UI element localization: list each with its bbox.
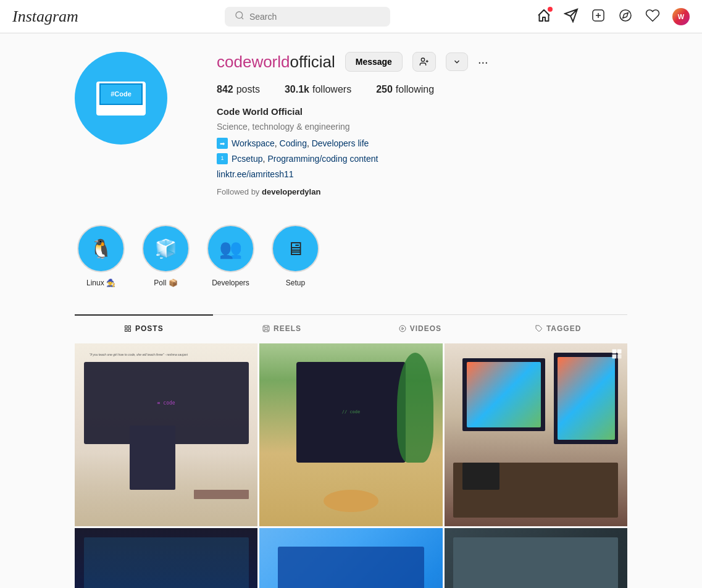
profile-top-row: codeworldofficial Message ··· [217,52,627,72]
username-highlight: codeworld [217,52,290,71]
svg-rect-10 [125,326,128,329]
svg-point-15 [265,327,267,330]
reels-icon [262,325,270,332]
bio-link-workspace[interactable]: Workspace [232,138,275,148]
follow-options-button[interactable] [412,52,436,72]
home-icon[interactable] [537,8,551,25]
highlight-poll[interactable]: 🧊 Poll 📦 [142,225,190,287]
followers-count: 30.1k [285,84,309,95]
bio-text-2: Pcsetup, Programming/coding content [232,153,378,166]
grid-item-6[interactable] [445,528,627,588]
avatar-monitor: #Code [96,82,146,116]
avatar-base [110,111,132,113]
profile-username: codeworldofficial [217,52,335,72]
multi-post-icon [611,348,622,363]
svg-rect-12 [125,329,128,332]
highlight-circle-developers: 👥 [207,225,254,272]
instagram-logo[interactable]: Instagram [12,7,78,26]
bio-link-coding[interactable]: Coding [280,138,307,148]
user-avatar-nav[interactable]: W [672,8,690,25]
svg-rect-23 [612,350,617,354]
grid-image-1: ≡ code "if you teach one girl how to cod… [75,343,257,526]
following-count: 250 [376,84,393,95]
grid-image-6 [445,528,627,588]
send-icon[interactable] [564,8,579,25]
highlight-label-setup: Setup [286,279,305,287]
notification-dot [548,7,553,12]
stat-posts[interactable]: 842 posts [217,84,260,95]
highlight-setup[interactable]: 🖥 Setup [272,225,319,287]
grid-image-5 [259,528,442,588]
bio-icon-1: ➡ [217,138,228,149]
highlight-circle-poll: 🧊 [142,225,190,272]
tagged-icon [535,325,543,332]
tab-videos-label: VIDEOS [410,324,441,333]
followed-by-user[interactable]: developerdylan [262,187,320,196]
grid-item-3[interactable] [445,343,627,526]
photo-grid: ≡ code "if you teach one girl how to cod… [75,343,627,588]
bio-link-devlife[interactable]: Developers life [312,138,369,148]
grid-image-3 [445,343,627,526]
tab-videos[interactable]: VIDEOS [351,314,490,342]
svg-point-5 [620,10,631,21]
person-add-icon [419,57,429,67]
highlight-circle-linux: 🐧 [77,225,125,272]
stat-followers[interactable]: 30.1k followers [285,84,351,95]
bio-name: Code World Official [217,105,627,119]
compass-icon[interactable] [618,8,633,25]
dropdown-button[interactable] [446,52,468,71]
svg-rect-25 [612,355,617,359]
followed-by-label: Followed by [217,187,259,196]
svg-point-19 [267,330,269,331]
heart-icon[interactable] [645,8,660,25]
bio-icon-2: 1 [217,153,228,164]
profile-link[interactable]: linktr.ee/iamritesh11 [217,168,294,181]
highlights-section: 🐧 Linux 🧙 🧊 Poll 📦 👥 Developers 🖥 Setup [75,225,627,287]
header: Instagram [0,0,702,33]
avatar-stand [114,106,128,111]
grid-item-2[interactable]: // code [259,343,442,526]
svg-marker-21 [402,327,404,330]
posts-count: 842 [217,84,233,95]
bio-link-line: linktr.ee/iamritesh11 [217,168,627,181]
chevron-down-icon [453,57,461,66]
profile-bio: Code World Official Science, technology … [217,105,627,198]
add-icon[interactable] [591,8,606,25]
bio-link-pcsetup[interactable]: Pcsetup [232,154,263,164]
svg-point-0 [236,12,243,19]
grid-item-1[interactable]: ≡ code "if you teach one girl how to cod… [75,343,257,526]
highlight-linux[interactable]: 🐧 Linux 🧙 [77,225,125,287]
username-rest: official [290,52,335,71]
tab-tagged[interactable]: TAGGED [489,314,627,342]
tab-posts[interactable]: POSTS [75,314,213,342]
grid-image-4 [75,528,257,588]
avatar-screen: #Code [99,83,143,106]
tab-reels-label: REELS [274,324,301,333]
tab-posts-label: POSTS [135,324,164,333]
main-content: #Code codeworldofficial Message [62,33,640,588]
svg-rect-11 [128,326,131,329]
grid-item-4[interactable] [75,528,257,588]
profile-stats: 842 posts 30.1k followers 250 following [217,84,627,95]
stat-following[interactable]: 250 following [376,84,434,95]
bio-category: Science, technology & engineering [217,120,627,133]
profile-tabs: POSTS REELS VIDEOS TAGGED [75,314,627,342]
svg-rect-13 [128,329,131,332]
grid-icon [124,325,132,332]
search-icon [235,10,244,23]
highlight-developers[interactable]: 👥 Developers [207,225,254,287]
tab-reels[interactable]: REELS [213,314,351,342]
message-button[interactable]: Message [345,52,403,72]
bio-line-2: 1 Pcsetup, Programming/coding content [217,153,627,166]
highlight-label-developers: Developers [212,279,249,287]
grid-item-5[interactable] [259,528,442,588]
svg-marker-6 [623,12,628,17]
more-options-button[interactable]: ··· [478,55,488,69]
profile-avatar[interactable]: #Code [75,52,167,145]
svg-rect-24 [617,350,622,354]
following-label: following [396,84,434,95]
profile-info: codeworldofficial Message ··· [217,52,627,198]
highlight-label-poll: Poll 📦 [154,279,177,287]
bio-link-programming[interactable]: Programming/coding content [267,154,378,164]
search-input[interactable] [249,12,380,22]
